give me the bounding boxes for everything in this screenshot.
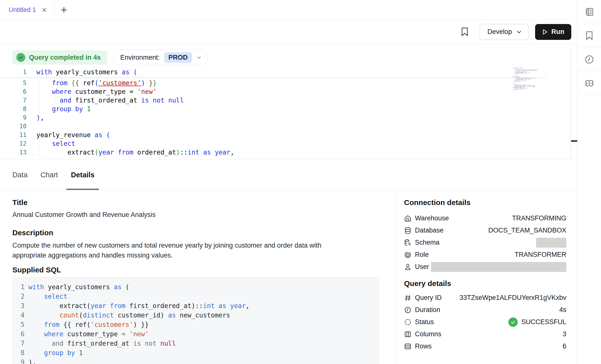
user-value-redacted [431,262,566,272]
right-icon-rail [577,0,601,364]
schema-icon [404,239,411,246]
environment-label: Environment: [120,54,160,61]
row-warehouse: Warehouse TRANSFORMING [404,212,566,224]
title-heading: Title [12,198,395,207]
hash-icon [404,294,411,302]
chevron-down-icon [196,55,202,60]
scrollbar-thumb[interactable] [571,140,577,142]
tab-details[interactable]: Details [70,160,95,190]
tab-data[interactable]: Data [12,160,28,190]
history-clock-icon [584,54,595,65]
details-content: Title Annual Customer Growth and Revenue… [0,190,395,364]
environment-value: PROD [164,52,192,63]
tab-untitled-1[interactable]: Untitled 1 [0,0,55,20]
main-area: Untitled 1 Develop Run [0,0,577,364]
editor-scrollbar[interactable] [571,44,577,160]
bookmark-icon[interactable] [461,27,469,36]
chevron-down-icon [516,29,522,35]
description-value: Compute the number of new customers and … [12,240,352,260]
supplied-sql-heading: Supplied SQL [12,266,395,274]
bookmark-icon [585,30,594,41]
tab-bar: Untitled 1 [0,0,577,20]
check-circle-icon [16,53,25,62]
indent-guide [40,79,40,113]
rows-value: 6 [563,342,566,350]
query-status-pill: Query completed in 4s [12,50,107,65]
editor-sticky-line[interactable]: 1with yearly_customers as ( [0,67,546,78]
role-icon [404,251,411,259]
notebook-icon [584,7,595,17]
editor-minimap[interactable]: with yearly_customers as ( select extrac… [513,68,542,92]
develop-button[interactable]: Develop [480,24,528,40]
row-duration: Duration 4s [404,304,566,316]
indent-guide [40,139,40,157]
query-id-value: 33TZseWpe1ALFDUYerxR1gVKxbv [460,294,566,302]
details-panel: Title Annual Customer Growth and Revenue… [0,190,577,364]
spinner-icon [404,318,411,326]
warehouse-icon [404,215,411,222]
row-query-id: Query ID 33TZseWpe1ALFDUYerxR1gVKxbv [404,292,566,304]
schema-value-redacted [536,238,566,248]
status-row: Query completed in 4s Environment: PROD [12,50,208,65]
role-value: TRANSFORMER [515,251,567,259]
status-value: SUCCESSFUL [508,317,566,327]
database-icon [404,227,411,234]
play-icon [541,28,548,36]
duration-value: 4s [559,306,566,314]
row-status: Status SUCCESSFUL [404,316,566,328]
compass-star-icon [584,78,595,89]
indent-guide [55,96,55,105]
title-value: Annual Customer Growth and Revenue Analy… [12,210,352,220]
row-role: Role TRANSFORMER [404,249,566,261]
toolbar: Develop Run [0,20,577,44]
environment-selector[interactable]: Environment: PROD [114,50,208,65]
tab-title: Untitled 1 [9,6,36,14]
notebook-panel-button[interactable] [577,0,601,24]
row-user: User [404,261,566,273]
develop-label: Develop [487,28,512,36]
clock-icon [404,306,411,314]
query-details-heading: Query details [404,279,566,288]
row-database: Database DOCS_TEAM_SANDBOX [404,224,566,236]
query-status-text: Query completed in 4s [29,54,101,61]
run-label: Run [551,28,564,36]
tab-chart[interactable]: Chart [40,160,58,190]
new-tab-button[interactable] [60,6,67,13]
rows-icon [404,343,411,350]
row-rows: Rows 6 [404,340,566,352]
bookmarks-panel-button[interactable] [577,24,601,48]
supplied-sql-block: 1with yearly_customers as (2 select3 ext… [12,277,379,364]
row-columns: Columns 3 [404,328,566,340]
history-panel-button[interactable] [577,48,601,71]
success-check-icon [508,317,518,327]
result-tab-bar: Data Chart Details [0,160,577,190]
connection-details-heading: Connection details [404,198,566,207]
explore-panel-button[interactable] [577,71,601,95]
run-button[interactable]: Run [535,24,571,40]
columns-icon [404,331,411,338]
columns-value: 3 [563,330,566,338]
details-sidebar: Connection details Warehouse TRANSFORMIN… [395,190,577,364]
sql-editor[interactable]: Query completed in 4s Environment: PROD … [0,44,577,160]
editor-code-lines[interactable]: 5 from {{ ref('customers') }}6 where cus… [0,79,546,157]
user-icon [404,263,411,271]
description-heading: Description [12,229,395,237]
database-value: DOCS_TEAM_SANDBOX [488,227,566,234]
close-tab-icon[interactable] [41,7,47,13]
row-schema: Schema [404,236,566,249]
warehouse-value: TRANSFORMING [512,214,566,222]
